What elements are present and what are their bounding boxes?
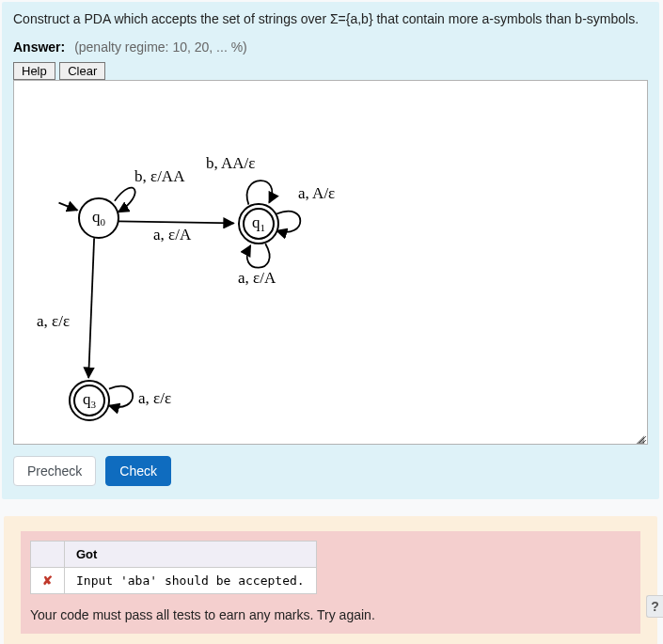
- result-header-got: Got: [65, 542, 317, 568]
- svg-line-0: [59, 203, 78, 211]
- result-table: Got ✘ Input 'aba' should be accepted.: [30, 541, 317, 594]
- state-q3[interactable]: q3: [69, 380, 110, 421]
- question-mark-icon: ?: [651, 599, 659, 614]
- svg-line-1: [118, 221, 234, 223]
- label-q1-bottom[interactable]: a, ε/A: [238, 269, 276, 288]
- state-q1[interactable]: q1: [238, 203, 279, 244]
- resize-grip-icon: ◢: [636, 432, 647, 444]
- x-mark-icon: ✘: [42, 573, 53, 588]
- fail-icon: ✘: [31, 568, 65, 594]
- svg-line-2: [88, 238, 94, 377]
- clear-button[interactable]: Clear: [59, 62, 105, 80]
- help-button[interactable]: Help: [13, 62, 55, 80]
- label-q1-right[interactable]: a, A/ε: [298, 184, 335, 203]
- label-q0-q1[interactable]: a, ε/A: [153, 226, 191, 244]
- label-q0-q3[interactable]: a, ε/ε: [37, 312, 70, 331]
- answer-label: Answer:: [13, 39, 65, 55]
- pda-canvas[interactable]: q0 q1 q3 b, ε/AA b, AA/ε a, A/ε a, ε/A a…: [13, 80, 648, 445]
- feedback-panel: Got ✘ Input 'aba' should be accepted. Yo…: [4, 516, 657, 644]
- check-button[interactable]: Check: [105, 456, 171, 486]
- result-detail: Input 'aba' should be accepted.: [65, 568, 317, 594]
- feedback-summary: Your code must pass all tests to earn an…: [30, 607, 631, 622]
- result-icon-header: [31, 542, 65, 568]
- state-q0-label: q0: [92, 208, 105, 228]
- table-row: ✘ Input 'aba' should be accepted.: [31, 568, 317, 594]
- label-q1-top[interactable]: b, AA/ε: [206, 154, 255, 173]
- state-q3-label: q3: [83, 390, 96, 410]
- penalty-regime: (penalty regime: 10, 20, ... %): [74, 39, 247, 55]
- table-row: Got: [31, 542, 317, 568]
- label-q0-loop[interactable]: b, ε/AA: [134, 167, 184, 186]
- edges-svg: [14, 81, 647, 444]
- question-prompt: Construct a PDA which accepts the set of…: [13, 11, 648, 26]
- precheck-button[interactable]: Precheck: [13, 456, 96, 486]
- label-q3-loop[interactable]: a, ε/ε: [138, 389, 171, 408]
- canvas-toolbar: Help Clear: [13, 62, 648, 80]
- state-q1-label: q1: [252, 213, 265, 233]
- context-help-button[interactable]: ?: [646, 595, 663, 618]
- state-q0[interactable]: q0: [78, 197, 119, 239]
- answer-line: Answer: (penalty regime: 10, 20, ... %): [13, 39, 648, 55]
- action-row: Precheck Check: [13, 456, 648, 486]
- feedback-inner: Got ✘ Input 'aba' should be accepted. Yo…: [21, 531, 640, 634]
- question-panel: Construct a PDA which accepts the set of…: [2, 2, 659, 499]
